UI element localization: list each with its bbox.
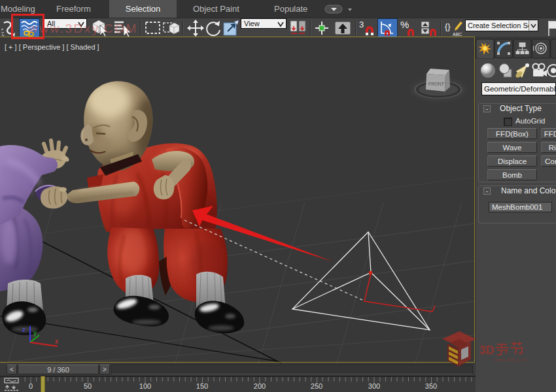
svg-text:www.3dxy.com: www.3dxy.com	[494, 357, 527, 363]
svg-text:FRONT: FRONT	[428, 82, 445, 86]
svg-text:3: 3	[359, 20, 364, 29]
svg-text:3D: 3D	[479, 344, 495, 357]
svg-text:y: y	[33, 329, 37, 336]
svg-text:x: x	[55, 338, 58, 345]
svg-text:{}: {}	[445, 22, 451, 31]
svg-text:ABC: ABC	[453, 32, 462, 37]
svg-text:z: z	[22, 326, 26, 333]
svg-text:%: %	[400, 19, 409, 30]
